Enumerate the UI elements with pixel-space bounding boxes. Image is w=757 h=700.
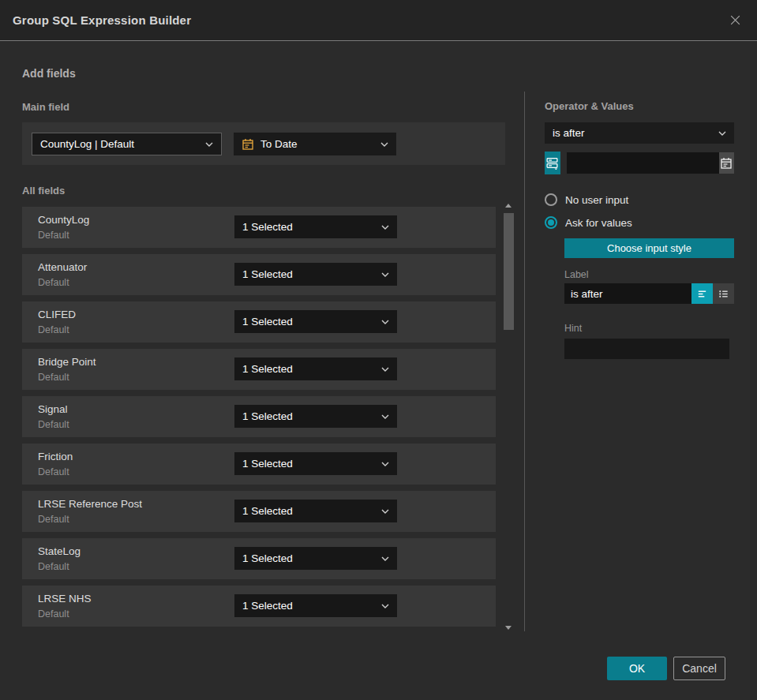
field-selected-label: 1 Selected: [242, 363, 293, 375]
field-name: CountyLog: [38, 214, 89, 226]
field-selected-label: 1 Selected: [242, 268, 293, 280]
field-name: Friction: [38, 451, 73, 462]
field-subtitle: Default: [38, 277, 69, 288]
field-selected-label: 1 Selected: [242, 316, 293, 328]
field-selected-label: 1 Selected: [242, 458, 293, 470]
operator-select-label: is after: [553, 127, 585, 139]
field-row: Signal Default 1 Selected: [22, 396, 496, 437]
value-input-type-button[interactable]: [545, 152, 560, 174]
field-selected-dropdown[interactable]: 1 Selected: [234, 452, 397, 475]
ok-button[interactable]: OK: [607, 657, 667, 680]
radio-ask-for-values[interactable]: Ask for values: [545, 216, 734, 229]
field-row: StateLog Default 1 Selected: [22, 538, 496, 579]
operator-select[interactable]: is after: [545, 122, 734, 144]
date-picker-button[interactable]: [719, 152, 734, 174]
field-row: CLIFED Default 1 Selected: [22, 301, 496, 343]
chevron-down-icon: [381, 272, 389, 277]
field-selected-dropdown[interactable]: 1 Selected: [234, 547, 397, 570]
radio-label: No user input: [565, 194, 628, 206]
field-row: Attenuator Default 1 Selected: [22, 254, 496, 295]
field-subtitle: Default: [38, 324, 69, 335]
field-row: LRSE NHS Default 1 Selected: [22, 586, 496, 627]
field-subtitle: Default: [38, 419, 69, 430]
hint-input[interactable]: [564, 339, 729, 359]
field-selected-label: 1 Selected: [242, 505, 293, 517]
field-row: CountyLog Default 1 Selected: [22, 207, 496, 248]
field-name: Bridge Point: [38, 356, 96, 368]
radio-no-user-input[interactable]: No user input: [545, 193, 734, 206]
cancel-button[interactable]: Cancel: [673, 657, 725, 680]
stacked-value-rows-icon: [545, 156, 559, 170]
field-name: LRSE NHS: [38, 593, 92, 605]
main-field-panel: CountyLog | Default To Date: [22, 122, 505, 165]
field-subtitle: Default: [38, 608, 69, 620]
field-subtitle: Default: [38, 514, 69, 525]
chevron-down-icon: [381, 414, 389, 419]
calendar-icon: [242, 138, 254, 151]
chevron-down-icon: [380, 142, 388, 147]
field-selected-label: 1 Selected: [242, 410, 293, 422]
field-name: StateLog: [38, 545, 81, 557]
field-selected-dropdown[interactable]: 1 Selected: [234, 310, 397, 333]
field-subtitle: Default: [38, 466, 69, 477]
all-fields-heading: All fields: [22, 185, 65, 197]
main-field-heading: Main field: [22, 101, 69, 113]
field-selected-dropdown[interactable]: 1 Selected: [234, 263, 397, 286]
field-selected-dropdown[interactable]: 1 Selected: [234, 594, 397, 617]
titlebar: Group SQL Expression Builder: [0, 0, 757, 41]
close-button[interactable]: [725, 11, 744, 30]
field-subtitle: Default: [38, 561, 69, 572]
field-selected-dropdown[interactable]: 1 Selected: [234, 500, 397, 522]
dialog-title: Group SQL Expression Builder: [13, 13, 191, 27]
field-selected-dropdown[interactable]: 1 Selected: [234, 215, 397, 238]
bulleted-list-icon: [718, 288, 729, 300]
scrollbar-thumb[interactable]: [504, 213, 514, 330]
field-selected-dropdown[interactable]: 1 Selected: [234, 405, 397, 428]
field-selected-dropdown[interactable]: 1 Selected: [234, 357, 397, 380]
value-input[interactable]: [567, 152, 719, 174]
list-style-button[interactable]: [713, 283, 734, 304]
field-name: Attenuator: [38, 261, 87, 273]
footer: OK Cancel: [607, 657, 725, 680]
main-field-select-label: CountyLog | Default: [40, 138, 134, 150]
label-field-label: Label: [564, 269, 734, 280]
field-row: Friction Default 1 Selected: [22, 444, 496, 485]
value-row: [545, 152, 734, 174]
chevron-down-icon: [718, 131, 726, 136]
radio-unchecked-icon: [545, 193, 557, 206]
chevron-down-icon: [381, 320, 389, 324]
close-icon: [729, 13, 742, 27]
field-subtitle: Default: [38, 372, 69, 383]
chevron-down-icon: [381, 225, 389, 230]
chevron-down-icon: [381, 509, 389, 514]
panel-divider: [524, 92, 525, 631]
field-row: LRSE Reference Post Default 1 Selected: [22, 491, 496, 532]
choose-input-style-button[interactable]: Choose input style: [564, 238, 734, 258]
label-input[interactable]: [564, 283, 691, 304]
label-row: [564, 283, 734, 304]
scroll-down-arrow-icon[interactable]: [505, 626, 512, 630]
hint-field-label: Hint: [564, 323, 734, 334]
align-left-lines-icon: [696, 288, 708, 300]
field-selected-label: 1 Selected: [242, 600, 293, 612]
list-scrollbar[interactable]: [503, 202, 515, 631]
radio-checked-icon: [545, 216, 557, 229]
field-selected-label: 1 Selected: [242, 552, 293, 564]
field-name: CLIFED: [38, 309, 76, 320]
chevron-down-icon: [205, 142, 213, 147]
field-selected-label: 1 Selected: [242, 221, 293, 233]
main-field-value-select[interactable]: To Date: [234, 133, 396, 155]
chevron-down-icon: [381, 367, 389, 372]
group-sql-expression-builder-dialog: Group SQL Expression Builder Add fields …: [0, 0, 757, 700]
field-row: Bridge Point Default 1 Selected: [22, 349, 496, 390]
main-field-select[interactable]: CountyLog | Default: [32, 133, 222, 155]
add-fields-heading: Add fields: [22, 67, 76, 80]
radio-label: Ask for values: [565, 217, 632, 229]
field-name: LRSE Reference Post: [38, 498, 142, 510]
single-line-style-button[interactable]: [691, 283, 713, 304]
calendar-icon: [720, 157, 733, 170]
field-subtitle: Default: [38, 230, 69, 241]
scroll-up-arrow-icon[interactable]: [505, 204, 512, 208]
chevron-down-icon: [381, 604, 389, 608]
chevron-down-icon: [381, 462, 389, 466]
